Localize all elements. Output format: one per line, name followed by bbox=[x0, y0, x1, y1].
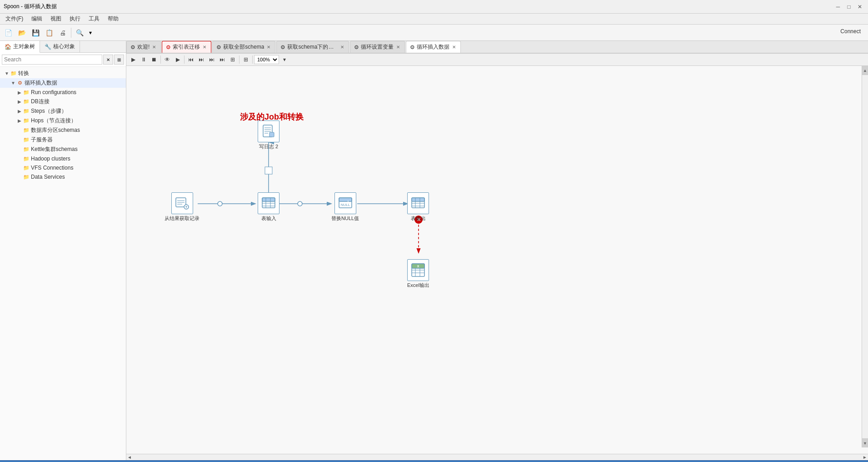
canvas-stop-button[interactable]: ⏹ bbox=[149, 55, 159, 65]
tree-item-db-conn[interactable]: ▶ 📁 DB连接 bbox=[0, 97, 126, 106]
toggle-db-conn[interactable]: ▶ bbox=[16, 99, 23, 105]
zoom-dropdown-button[interactable]: ▾ bbox=[279, 55, 289, 65]
tab-set-vars[interactable]: ⚙ 循环设置变量 ✕ bbox=[350, 41, 405, 53]
canvas-run-sel-button[interactable]: ▶ bbox=[173, 55, 183, 65]
tree-item-vfs[interactable]: 📁 VFS Connections bbox=[0, 163, 126, 172]
tab-get-table-names[interactable]: ⚙ 获取schema下的表名字 ✕ bbox=[276, 41, 349, 53]
core-objects-icon: 🔧 bbox=[45, 44, 51, 50]
title-bar: Spoon - 循环插入数据 ─ □ ✕ bbox=[0, 0, 868, 14]
node-replace-null[interactable]: NULL x 替换NULL值 bbox=[331, 192, 359, 222]
minimize-button[interactable]: ─ bbox=[833, 2, 843, 11]
node-write-log-box[interactable] bbox=[258, 121, 279, 142]
canvas-step1-button[interactable]: ⏮ bbox=[186, 55, 196, 65]
window-controls: ─ □ ✕ bbox=[833, 2, 864, 11]
tab-main-objects[interactable]: 🏠 主对象树 bbox=[0, 41, 40, 53]
canvas-pause-button[interactable]: ⏸ bbox=[139, 55, 149, 65]
toggle-loop-insert[interactable]: ▼ bbox=[10, 80, 16, 86]
toggle-vfs[interactable] bbox=[16, 165, 23, 171]
toggle-transforms[interactable]: ▼ bbox=[4, 70, 10, 77]
tab-loop-close[interactable]: ✕ bbox=[451, 45, 457, 50]
tree-item-subserver[interactable]: 📁 子服务器 bbox=[0, 135, 126, 145]
tree-item-hops[interactable]: ▶ 📁 Hops（节点连接） bbox=[0, 116, 126, 126]
search-expand-button[interactable]: ⊞ bbox=[114, 55, 124, 65]
maximize-button[interactable]: □ bbox=[844, 2, 853, 11]
flow-canvas[interactable]: 涉及的Job和转换 bbox=[126, 66, 868, 454]
tab-loop-insert[interactable]: ⚙ 循环插入数据 ✕ bbox=[406, 41, 461, 53]
zoom-select[interactable]: 50% 75% 100% 125% 150% 200% bbox=[254, 55, 279, 64]
node-write-log[interactable]: 写日志 2 bbox=[258, 121, 279, 150]
close-button[interactable]: ✕ bbox=[855, 2, 864, 11]
toggle-hops[interactable]: ▶ bbox=[16, 118, 23, 124]
tree-item-db-schemas[interactable]: 📁 数据库分区schemas bbox=[0, 126, 126, 135]
scroll-up-button[interactable]: ▲ bbox=[862, 66, 868, 75]
menu-view[interactable]: 视图 bbox=[47, 14, 65, 24]
canvas-snap-button[interactable]: ⊞ bbox=[241, 55, 251, 65]
tab-tables-close[interactable]: ✕ bbox=[339, 45, 345, 50]
node-table-input-box[interactable] bbox=[258, 192, 279, 214]
node-replace-null-box[interactable]: NULL x bbox=[334, 192, 356, 214]
menu-run[interactable]: 执行 bbox=[66, 14, 84, 24]
svg-rect-33 bbox=[412, 198, 424, 201]
tab-index-close[interactable]: ✕ bbox=[202, 45, 207, 50]
toggle-data-services[interactable] bbox=[16, 174, 23, 180]
node-table-output[interactable]: 表输出 bbox=[407, 192, 429, 222]
tab-welcome-close[interactable]: ✕ bbox=[151, 45, 157, 50]
canvas-preview-button[interactable]: 👁 bbox=[162, 55, 172, 65]
main-objects-icon: 🏠 bbox=[5, 44, 11, 50]
search-clear-button[interactable]: ✕ bbox=[103, 55, 113, 65]
menu-file[interactable]: 文件(F) bbox=[2, 14, 27, 24]
toolbar-explore[interactable]: 🔍 bbox=[73, 26, 86, 39]
canvas-step4-button[interactable]: ⏭ bbox=[217, 55, 227, 65]
tab-vars-icon: ⚙ bbox=[354, 44, 359, 50]
node-excel-output[interactable]: X Excel输出 bbox=[407, 259, 429, 289]
tree-item-transforms[interactable]: ▼ 📁 转换 bbox=[0, 69, 126, 78]
scroll-down-button[interactable]: ▼ bbox=[862, 438, 868, 447]
menu-help[interactable]: 帮助 bbox=[104, 14, 122, 24]
tree-item-steps[interactable]: ▶ 📁 Steps（步骤） bbox=[0, 106, 126, 116]
node-get-records-box[interactable] bbox=[171, 192, 193, 214]
node-table-input[interactable]: 表输入 bbox=[258, 192, 279, 222]
tree-item-run-config[interactable]: ▶ 📁 Run configurations bbox=[0, 88, 126, 97]
toolbar-print[interactable]: 🖨 bbox=[56, 26, 69, 39]
menu-tools[interactable]: 工具 bbox=[85, 14, 103, 24]
tab-core-objects[interactable]: 🔧 核心对象 bbox=[40, 41, 80, 52]
tree-item-hadoop[interactable]: 📁 Hadoop clusters bbox=[0, 154, 126, 163]
node-excel-output-label: Excel输出 bbox=[407, 282, 429, 289]
toggle-hadoop[interactable] bbox=[16, 156, 23, 162]
toolbar-saveas[interactable]: 📋 bbox=[43, 26, 55, 39]
toolbar-new[interactable]: 📄 bbox=[2, 26, 15, 39]
horizontal-scrollbar[interactable] bbox=[126, 454, 868, 460]
search-input[interactable] bbox=[2, 55, 102, 65]
tabs-bar: ⚙ 欢迎! ✕ ⚙ 索引表迁移 ✕ ⚙ 获取全部schema ✕ ⚙ 获取sch… bbox=[126, 41, 868, 54]
node-table-output-box[interactable] bbox=[407, 192, 429, 214]
toggle-run-config[interactable]: ▶ bbox=[16, 89, 23, 95]
vertical-scrollbar[interactable]: ▲ ▼ bbox=[862, 66, 868, 447]
menu-edit[interactable]: 编辑 bbox=[28, 14, 46, 24]
tab-welcome[interactable]: ⚙ 欢迎! ✕ bbox=[126, 41, 161, 53]
tab-get-schemas[interactable]: ⚙ 获取全部schema ✕ bbox=[212, 41, 275, 53]
canvas-run-button[interactable]: ▶ bbox=[128, 55, 138, 65]
connect-button[interactable]: Connect bbox=[837, 26, 864, 36]
node-excel-output-box[interactable]: X bbox=[407, 259, 429, 281]
tab-vars-close[interactable]: ✕ bbox=[395, 45, 401, 50]
tab-schemas-close[interactable]: ✕ bbox=[266, 45, 271, 50]
node-replace-null-label: 替换NULL值 bbox=[331, 215, 359, 222]
toggle-steps[interactable]: ▶ bbox=[16, 108, 23, 115]
svg-rect-23 bbox=[262, 198, 275, 201]
canvas-step3-button[interactable]: ⏭ bbox=[207, 55, 217, 65]
toolbar-open[interactable]: 📂 bbox=[15, 26, 28, 39]
tree-item-loop-insert[interactable]: ▼ ⚙ 循环插入数据 bbox=[0, 78, 126, 88]
toggle-kettle-schemas[interactable] bbox=[16, 146, 23, 153]
tab-index-migration[interactable]: ⚙ 索引表迁移 ✕ bbox=[162, 41, 211, 53]
toggle-db-schemas[interactable] bbox=[16, 127, 23, 134]
svg-text:X: X bbox=[417, 265, 419, 268]
toolbar-save[interactable]: 💾 bbox=[29, 26, 42, 39]
tree-item-kettle-schemas[interactable]: 📁 Kettle集群schemas bbox=[0, 145, 126, 154]
node-get-records[interactable]: 从结果获取记录 bbox=[165, 192, 200, 222]
toolbar-dropdown[interactable]: ▾ bbox=[87, 28, 94, 37]
canvas-step2-button[interactable]: ⏭ bbox=[196, 55, 206, 65]
tree-item-data-services[interactable]: 📁 Data Services bbox=[0, 172, 126, 181]
toolbar-dropdown-icon: ▾ bbox=[89, 30, 92, 36]
toggle-subserver[interactable] bbox=[16, 137, 23, 143]
canvas-align-button[interactable]: ⊞ bbox=[228, 55, 238, 65]
